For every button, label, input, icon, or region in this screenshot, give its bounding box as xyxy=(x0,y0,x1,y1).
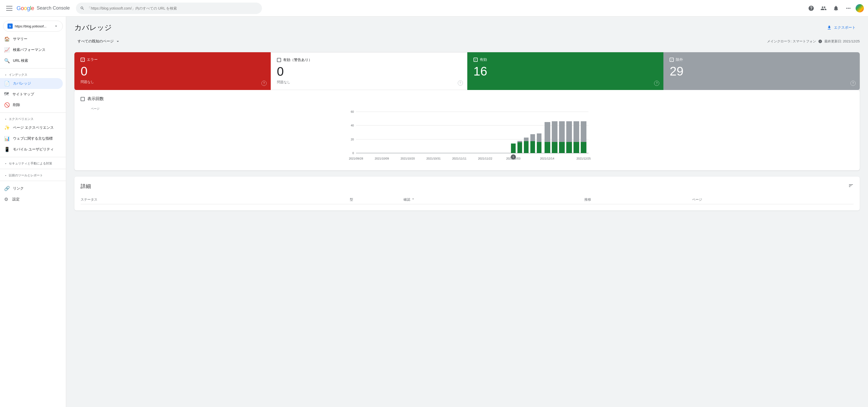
search-bar[interactable] xyxy=(76,3,262,14)
valid-count: 16 xyxy=(473,65,657,78)
search-input[interactable] xyxy=(87,6,258,10)
svg-rect-24 xyxy=(552,121,557,142)
col-pages: ページ xyxy=(692,195,854,204)
svg-text:20: 20 xyxy=(351,138,354,141)
sidebar-divider-5 xyxy=(0,181,66,181)
svg-rect-31 xyxy=(581,142,586,153)
download-icon xyxy=(827,25,832,30)
menu-icon[interactable] xyxy=(4,3,14,13)
warning-help-icon[interactable]: ? xyxy=(458,80,463,86)
info-icon xyxy=(818,39,822,43)
svg-rect-2 xyxy=(6,10,12,10)
svg-text:2021/12/14: 2021/12/14 xyxy=(540,157,554,160)
sidebar: b https://blog.yotiosof... 🏠 サマリー 📈 検索パフ… xyxy=(0,17,66,407)
sidebar-item-page-experience[interactable]: ✨ ページ エクスペリエンス xyxy=(0,122,63,133)
svg-rect-20 xyxy=(537,134,541,142)
error-checkbox[interactable]: ✓ xyxy=(81,58,85,62)
card-header-error: ✓ エラー xyxy=(81,57,265,62)
site-selector[interactable]: b https://blog.yotiosof... xyxy=(3,21,63,32)
svg-text:2021/10/31: 2021/10/31 xyxy=(426,157,440,160)
expand-icon xyxy=(4,118,7,121)
filter-bar: すべての既知のページ メインクローラ: スマートフォン 最終更新日: 2021/… xyxy=(74,37,860,46)
sidebar-item-label: サマリー xyxy=(13,37,27,41)
status-card-excluded[interactable]: ✓ 除外 29 ? xyxy=(663,52,860,90)
crawler-info: メインクローラ: スマートフォン 最終更新日: 2021/12/25 xyxy=(767,39,860,44)
svg-rect-23 xyxy=(552,142,557,153)
valid-checkbox[interactable]: ✓ xyxy=(473,58,478,62)
sitemap-icon: 🗺 xyxy=(4,91,9,97)
excluded-checkbox[interactable]: ✓ xyxy=(670,58,674,62)
col-confirm[interactable]: 確認 xyxy=(404,195,584,204)
help-icon[interactable] xyxy=(806,3,816,13)
sidebar-item-label: モバイル ユーザビリティ xyxy=(13,147,54,152)
chart-svg: 60 40 20 0 xyxy=(91,112,854,164)
settings-icon: ⚙ xyxy=(4,197,9,202)
svg-rect-16 xyxy=(524,138,529,141)
svg-rect-21 xyxy=(545,142,550,153)
status-card-warning[interactable]: 有効（警告あり） 0 問題なし ? xyxy=(271,52,467,90)
sidebar-item-label: 削除 xyxy=(13,103,20,107)
main-content: カバレッジ エクスポート すべての既知のページ メインクローラ: スマートフォン xyxy=(66,17,868,407)
export-button[interactable]: エクスポート xyxy=(823,23,860,32)
valid-help-icon[interactable]: ? xyxy=(654,81,659,86)
sort-desc-icon xyxy=(411,197,415,201)
home-icon: 🏠 xyxy=(4,36,10,42)
sidebar-item-label: URL 検索 xyxy=(13,58,28,63)
svg-rect-29 xyxy=(574,142,579,153)
chart-header: 表示回数 xyxy=(81,96,854,101)
sidebar-item-mobile-usability[interactable]: 📱 モバイル ユーザビリティ xyxy=(0,144,63,155)
bell-icon[interactable] xyxy=(831,3,841,13)
svg-rect-26 xyxy=(559,121,565,142)
header-actions xyxy=(806,3,864,13)
status-card-valid[interactable]: ✓ 有効 16 ? xyxy=(467,52,664,90)
sidebar-item-label: カバレッジ xyxy=(13,81,31,86)
svg-text:60: 60 xyxy=(351,110,354,113)
sidebar-item-url-inspection[interactable]: 🔍 URL 検索 xyxy=(0,55,63,66)
svg-rect-0 xyxy=(6,6,12,6)
sidebar-divider-3 xyxy=(0,157,66,157)
mobile-icon: 📱 xyxy=(4,147,10,152)
svg-rect-25 xyxy=(559,142,565,153)
warning-checkbox[interactable] xyxy=(277,58,281,62)
excluded-help-icon[interactable]: ? xyxy=(850,81,856,86)
filter-dropdown[interactable]: すべての既知のページ xyxy=(74,37,123,46)
col-type: 型 xyxy=(350,195,404,204)
details-header: 詳細 xyxy=(81,183,854,190)
apps-icon[interactable] xyxy=(843,3,854,13)
avatar[interactable] xyxy=(856,4,864,12)
sidebar-item-coverage[interactable]: 📄 カバレッジ xyxy=(0,78,63,89)
svg-text:2021/09/28: 2021/09/28 xyxy=(349,157,363,160)
expand-icon xyxy=(4,174,7,177)
logo-google: Google xyxy=(17,5,34,12)
expand-icon xyxy=(4,162,7,165)
chart-wrapper: ページ 60 40 20 0 xyxy=(81,107,854,164)
sidebar-divider-4 xyxy=(0,169,66,169)
sidebar-item-sitemaps[interactable]: 🗺 サイトマップ xyxy=(0,89,63,99)
svg-text:2021/12/03: 2021/12/03 xyxy=(506,157,520,160)
sidebar-item-links[interactable]: 🔗 リンク xyxy=(0,183,63,194)
sidebar-item-label: 検索パフォーマンス xyxy=(13,48,45,52)
details-filter-icon[interactable] xyxy=(848,183,854,190)
card-header-warning: 有効（警告あり） xyxy=(277,58,461,62)
svg-text:40: 40 xyxy=(351,124,354,127)
chart-title: 表示回数 xyxy=(87,96,104,101)
svg-rect-17 xyxy=(530,141,535,153)
account-icon[interactable] xyxy=(818,3,829,13)
sidebar-item-label: 設定 xyxy=(12,197,20,202)
sidebar-item-search-performance[interactable]: 📈 検索パフォーマンス xyxy=(0,45,63,55)
coverage-icon: 📄 xyxy=(4,81,10,86)
dropdown-icon xyxy=(115,39,120,44)
chart-checkbox[interactable] xyxy=(81,97,85,101)
card-header-valid: ✓ 有効 xyxy=(473,57,657,62)
sidebar-item-web-vitals[interactable]: 📊 ウェブに関する主な指標 xyxy=(0,133,63,144)
details-title: 詳細 xyxy=(81,183,91,190)
sidebar-item-summary[interactable]: 🏠 サマリー xyxy=(0,34,63,45)
warning-count: 0 xyxy=(277,65,461,78)
error-help-icon[interactable]: ? xyxy=(261,81,267,86)
sidebar-item-removal[interactable]: 🚫 削除 xyxy=(0,99,63,110)
status-card-error[interactable]: ✓ エラー 0 問題なし ? xyxy=(74,52,271,90)
sidebar-item-settings[interactable]: ⚙ 設定 xyxy=(0,194,63,205)
svg-text:2021/12/25: 2021/12/25 xyxy=(576,157,591,160)
warning-status: 問題なし xyxy=(277,80,461,85)
experience-section-label: エクスペリエンス xyxy=(0,115,66,122)
